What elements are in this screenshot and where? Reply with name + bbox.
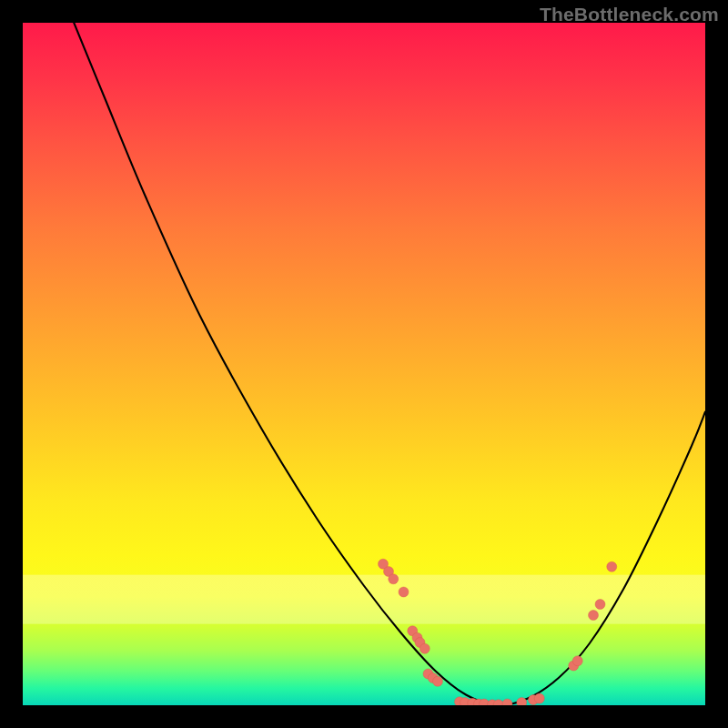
curve-layer <box>23 23 705 705</box>
chart-root: TheBottleneck.com <box>0 0 728 728</box>
marker-dot <box>389 574 399 584</box>
marker-group <box>379 559 617 705</box>
marker-dot <box>502 699 512 705</box>
marker-dot <box>572 656 582 666</box>
marker-dot <box>595 600 605 610</box>
marker-dot <box>607 561 617 571</box>
marker-dot <box>534 693 544 703</box>
marker-dot <box>433 676 443 686</box>
marker-dot <box>589 611 599 621</box>
bottleneck-curve <box>74 23 705 705</box>
marker-dot <box>399 587 409 597</box>
plot-area <box>23 23 705 705</box>
marker-dot <box>420 643 430 653</box>
